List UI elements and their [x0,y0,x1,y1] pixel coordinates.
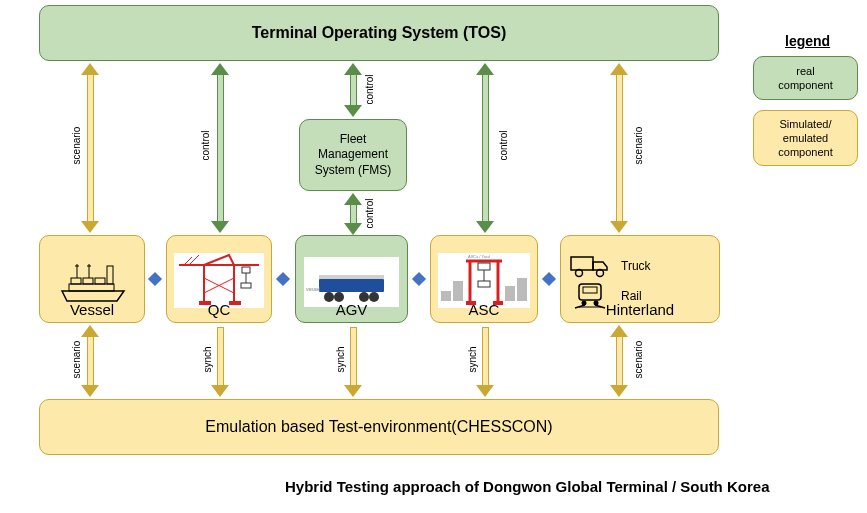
arrow-chesscon-asc-label: synch [467,346,478,372]
svg-rect-39 [571,257,593,270]
vessel-label: Vessel [40,301,144,318]
arrow-chesscon-agv-label: synch [335,346,346,372]
svg-rect-0 [69,284,114,291]
svg-rect-1 [71,278,81,284]
truck-label: Truck [621,259,651,273]
truck-icon [569,253,611,279]
agv-label: AGV [296,301,407,318]
arrow-tos-qc [213,63,227,233]
arrow-chesscon-hinterland-label: scenario [633,341,644,379]
svg-rect-18 [241,283,251,288]
arrow-chesscon-qc [213,325,227,397]
svg-rect-26 [441,291,451,301]
svg-rect-29 [517,278,527,301]
arrow-tos-qc-label: control [200,130,211,160]
connector-diamond [412,272,426,286]
arrow-chesscon-asc [478,325,492,397]
tos-box: Terminal Operating System (TOS) [39,5,719,61]
svg-rect-27 [453,281,463,301]
svg-rect-42 [579,284,601,300]
qc-icon [174,253,264,308]
arrow-fms-agv-label: control [364,198,375,228]
svg-rect-33 [478,263,490,270]
fms-box: Fleet Management System (FMS) [299,119,407,191]
hinterland-label: Hinterland [561,301,719,318]
arrow-tos-asc-label: control [498,130,509,160]
arrow-tos-vessel-label: scenario [71,127,82,165]
svg-text:vessel: vessel [306,286,320,292]
arrow-tos-fms [346,63,360,117]
legend-sim: Simulated/ emulated component [753,110,858,166]
arrow-tos-hinterland-label: scenario [633,127,644,165]
connector-diamond [542,272,556,286]
vessel-box: Vessel [39,235,145,323]
arrow-chesscon-hinterland [612,325,626,397]
vessel-icon [57,256,127,306]
hinterland-box: Truck Rail Hinterland [560,235,720,323]
asc-box: ASCs / Yard ASC [430,235,538,323]
connector-diamond [276,272,290,286]
arrow-chesscon-qc-label: synch [202,346,213,372]
diagram-caption: Hybrid Testing approach of Dongwon Globa… [285,478,769,495]
svg-rect-16 [242,267,250,273]
svg-line-11 [189,255,199,265]
legend-real: real component [753,56,858,100]
fms-label: Fleet Management System (FMS) [315,132,392,179]
connector-diamond [148,272,162,286]
qc-box: QC [166,235,272,323]
arrow-tos-hinterland [612,63,626,233]
arrow-chesscon-vessel-label: scenario [71,341,82,379]
arrow-chesscon-agv [346,325,360,397]
svg-rect-35 [478,281,490,287]
svg-rect-2 [83,278,93,284]
arrow-tos-vessel [83,63,97,233]
asc-icon: ASCs / Yard [438,253,530,308]
legend-title: legend [785,33,830,49]
arrow-tos-asc [478,63,492,233]
svg-rect-19 [319,279,384,292]
agv-box: vessel AGV [295,235,408,323]
asc-label: ASC [431,301,537,318]
svg-rect-3 [95,278,105,284]
arrow-tos-fms-label: control [364,74,375,104]
chesscon-label: Emulation based Test-environment(CHESSCO… [205,418,552,436]
arrow-fms-agv [346,193,360,235]
svg-rect-28 [505,286,515,301]
arrow-chesscon-vessel [83,325,97,397]
agv-icon: vessel [304,257,399,307]
svg-text:ASCs / Yard: ASCs / Yard [468,254,490,259]
chesscon-box: Emulation based Test-environment(CHESSCO… [39,399,719,455]
tos-label: Terminal Operating System (TOS) [252,24,507,42]
svg-rect-4 [107,266,113,284]
svg-rect-20 [319,275,384,279]
qc-label: QC [167,301,271,318]
svg-rect-43 [583,287,597,293]
